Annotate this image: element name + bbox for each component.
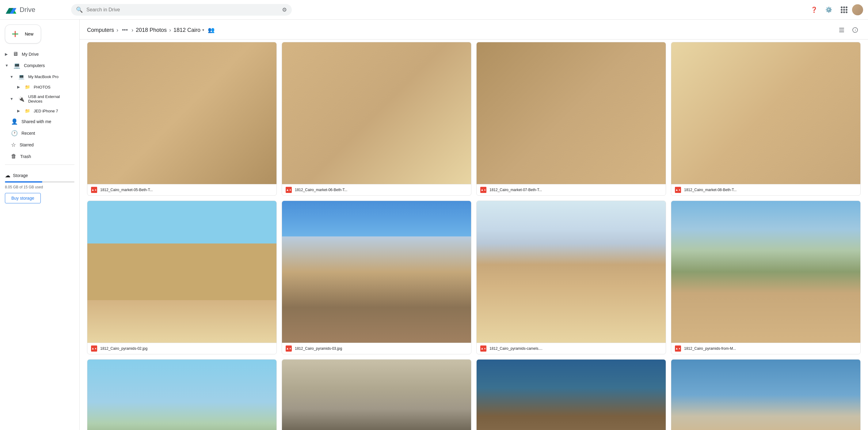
sidebar-item-shared[interactable]: 👤 Shared with me — [0, 116, 77, 127]
file-name: 1812_Cairo_pyramids-from-M... — [684, 346, 857, 351]
file-name: 1812_Cairo_market-08-Beth-T... — [684, 188, 857, 192]
info-icon: i — [852, 27, 858, 33]
app-title: Drive — [20, 6, 35, 14]
storage-label: ☁ Storage — [5, 172, 74, 179]
sidebar-item-jed-iphone[interactable]: ▶ 📁 JED iPhone 7 — [0, 106, 77, 116]
sidebar-label-recent: Recent — [22, 131, 35, 136]
sidebar-label-macbook: My MacBook Pro — [28, 74, 59, 79]
file-card-f11[interactable]: ▲1812_Cairo-Pyramids-04.jpg — [476, 359, 666, 430]
sidebar-label-computers: Computers — [24, 63, 45, 68]
expand-arrow-macbook: ▼ — [10, 75, 13, 79]
expand-arrow-jed: ▶ — [17, 109, 20, 113]
new-label: New — [25, 32, 33, 36]
breadcrumb-current: 1812 Cairo ▾ — [174, 27, 204, 33]
recent-icon: 🕐 — [11, 130, 18, 137]
app-body: New ▶ 🖥 My Drive ▼ 💻 Computers ▼ 💻 My Ma… — [0, 20, 868, 430]
breadcrumb-1812cairo[interactable]: 1812 Cairo — [174, 27, 200, 33]
sidebar-label-photos: PHOTOS — [34, 85, 51, 90]
storage-section: ☁ Storage 8.05 GB of 15 GB used Buy stor… — [0, 167, 80, 208]
main-content: Computers › ••• › 2018 Photos › 1812 Cai… — [80, 20, 868, 430]
storage-bar-fill — [5, 181, 42, 183]
search-filter-icon[interactable]: ⚙ — [282, 6, 287, 13]
file-card-f3[interactable]: ▲1812_Cairo_market-07-Beth-T... — [476, 42, 666, 196]
file-card-f9[interactable]: ▲1812_Cairo_Pyraminds-from-... — [87, 359, 277, 430]
expand-arrow-usb: ▼ — [10, 97, 13, 101]
file-type-icon: ▲ — [91, 187, 97, 193]
file-card-f12[interactable]: ▲1812_Cairo-Pyramids-05.jpg — [671, 359, 861, 430]
file-card-f4[interactable]: ▲1812_Cairo_market-08-Beth-T... — [671, 42, 861, 196]
storage-used-text: 8.05 GB of 15 GB used — [5, 185, 74, 189]
file-card-f2[interactable]: ▲1812_Cairo_market-06-Beth-T... — [282, 42, 471, 196]
info-button[interactable]: i — [849, 25, 861, 36]
macbook-icon: 💻 — [19, 74, 25, 79]
storage-bar-background — [5, 181, 74, 183]
share-people-icon[interactable]: 👥 — [208, 27, 215, 33]
starred-icon: ☆ — [11, 141, 16, 148]
photos-icon: 📁 — [25, 85, 30, 90]
file-card-f1[interactable]: ▲1812_Cairo_market-05-Beth-T... — [87, 42, 277, 196]
list-view-button[interactable] — [836, 25, 847, 36]
sidebar-item-recent[interactable]: 🕐 Recent — [0, 127, 77, 139]
list-view-icon — [839, 27, 845, 33]
file-card-f8[interactable]: ▲1812_Cairo_pyramids-from-M... — [671, 201, 861, 354]
sidebar-divider — [5, 164, 74, 165]
breadcrumb-dropdown-arrow[interactable]: ▾ — [202, 28, 204, 32]
storage-icon: ☁ — [5, 172, 10, 179]
settings-icon: ⚙️ — [826, 6, 832, 13]
sidebar-label-trash: Trash — [20, 154, 31, 159]
jed-icon: 📁 — [25, 108, 30, 113]
breadcrumb-sep-3: › — [169, 27, 171, 33]
file-card-f6[interactable]: ▲1812_Cairo_pyramids-03.jpg — [282, 201, 471, 354]
breadcrumb-sep-1: › — [117, 27, 118, 33]
search-input[interactable] — [87, 7, 278, 12]
file-name: 1812_Cairo_pyramids-camels.... — [490, 346, 662, 351]
file-type-icon: ▲ — [675, 345, 681, 352]
settings-button[interactable]: ⚙️ — [823, 4, 835, 16]
new-plus-icon — [12, 30, 21, 38]
header: Drive 🔍 ⚙ ❓ ⚙️ — [0, 0, 868, 20]
breadcrumb: Computers › ••• › 2018 Photos › 1812 Cai… — [80, 20, 868, 39]
breadcrumb-2018photos[interactable]: 2018 Photos — [136, 27, 167, 33]
buy-storage-button[interactable]: Buy storage — [5, 193, 41, 203]
sidebar-item-computers[interactable]: ▼ 💻 Computers — [0, 60, 77, 71]
file-name: 1812_Cairo_pyramids-03.jpg — [295, 346, 467, 351]
file-type-icon: ▲ — [286, 345, 292, 352]
sidebar-label-my-drive: My Drive — [22, 52, 39, 57]
file-type-icon: ▲ — [480, 345, 487, 352]
trash-icon: 🗑 — [11, 153, 17, 160]
svg-text:i: i — [855, 29, 856, 32]
file-card-f7[interactable]: ▲1812_Cairo_pyramids-camels.... — [476, 201, 666, 354]
svg-rect-2 — [839, 32, 844, 32]
file-name: 1812_Cairo_market-05-Beth-T... — [100, 188, 273, 192]
sidebar-item-my-drive[interactable]: ▶ 🖥 My Drive — [0, 48, 77, 60]
my-drive-icon: 🖥 — [12, 51, 18, 57]
svg-rect-0 — [839, 28, 844, 29]
file-type-icon: ▲ — [91, 345, 97, 352]
file-card-f5[interactable]: ▲1812_Cairo_pyramids-02.jpg — [87, 201, 277, 354]
apps-icon — [841, 6, 846, 13]
computers-icon: 💻 — [13, 62, 20, 69]
search-bar[interactable]: 🔍 ⚙ — [71, 4, 292, 15]
sidebar-label-starred: Starred — [20, 142, 34, 147]
svg-rect-1 — [839, 30, 844, 30]
file-card-f10[interactable]: ▲1812_Cairo_streets.jpg — [282, 359, 471, 430]
breadcrumb-more-button[interactable]: ••• — [121, 26, 129, 35]
new-button[interactable]: New — [5, 25, 41, 43]
sidebar: New ▶ 🖥 My Drive ▼ 💻 Computers ▼ 💻 My Ma… — [0, 20, 80, 430]
breadcrumb-computers[interactable]: Computers — [87, 27, 114, 33]
drive-logo-icon — [5, 4, 17, 15]
file-name: 1812_Cairo_market-07-Beth-T... — [490, 188, 662, 192]
help-icon: ❓ — [811, 6, 817, 13]
sidebar-item-macbook[interactable]: ▼ 💻 My MacBook Pro — [0, 71, 77, 82]
file-type-icon: ▲ — [675, 187, 681, 193]
sidebar-item-photos[interactable]: ▶ 📁 PHOTOS — [0, 82, 77, 92]
file-name: 1812_Cairo_market-06-Beth-T... — [295, 188, 467, 192]
sidebar-item-usb[interactable]: ▼ 🔌 USB and External Devices — [0, 92, 77, 106]
shared-icon: 👤 — [11, 118, 18, 125]
sidebar-item-trash[interactable]: 🗑 Trash — [0, 151, 77, 162]
expand-arrow-my-drive: ▶ — [5, 52, 8, 56]
help-button[interactable]: ❓ — [808, 4, 820, 16]
sidebar-item-starred[interactable]: ☆ Starred — [0, 139, 77, 151]
apps-button[interactable] — [837, 4, 849, 16]
avatar[interactable] — [852, 4, 863, 15]
